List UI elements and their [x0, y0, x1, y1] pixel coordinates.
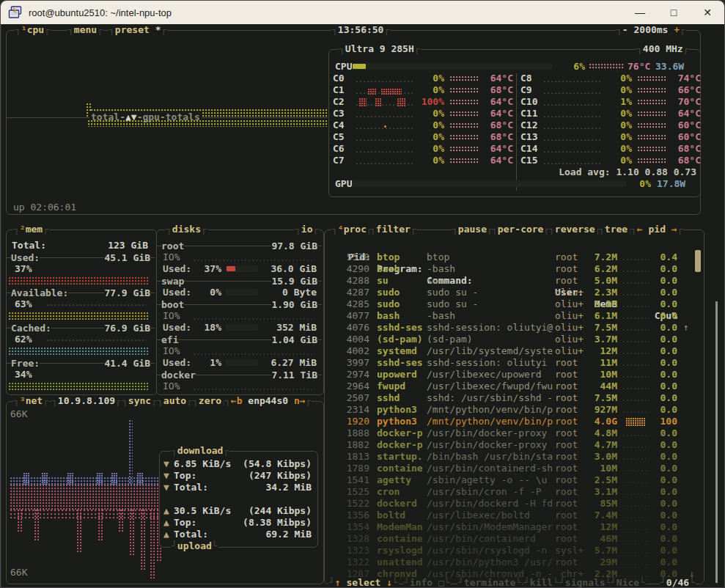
process-row[interactable]: 4285sudosudo su -oliu+5.3M0.0	[1, 298, 380, 310]
process-cpu-graph	[623, 517, 649, 519]
process-cpu-graph	[623, 329, 649, 331]
close-button[interactable]: ✕	[691, 1, 724, 24]
process-row[interactable]: 1354ModemMan/usr/sbin/ModemManagerroot12…	[1, 521, 380, 533]
process-row[interactable]: 1287chronyd/usr/sbin/chronyd -n -_chr+2.…	[1, 568, 380, 580]
core-row: C80%74°C	[520, 73, 701, 84]
core-temp-graph	[638, 135, 666, 140]
process-row[interactable]: 1356boltd/usr/libexec/boltdroot7.4M0.0	[1, 510, 380, 521]
process-row[interactable]: 2964fwupd/usr/libexec/fwupd/fwuroot44M0.…	[1, 381, 380, 392]
select-up-icon[interactable]: ↑	[335, 577, 341, 588]
proc-filter-button[interactable]: ┐filter┌	[369, 224, 417, 235]
select-down-icon[interactable]: ↓	[386, 577, 392, 588]
core-usage-percent: 100%	[412, 96, 444, 108]
disks-io-mode-button[interactable]: ┐io┌	[295, 224, 319, 235]
process-program: docker-p	[377, 427, 423, 439]
process-row[interactable]: 1920python3/mnt/python/venv/bin/proot4.0…	[1, 416, 380, 427]
process-row[interactable]: 2507sshdsshd: /usr/sbin/sshd -root7.5M0.…	[1, 392, 380, 404]
process-row[interactable]: 4290bash-bashroot6.2M0.0	[1, 263, 380, 275]
proc-footer-nice-button[interactable]: ┘Nice└	[610, 577, 646, 588]
proc-scrollbar-thumb[interactable]	[695, 250, 701, 272]
process-pid: 1920	[337, 416, 369, 427]
proc-footer-kill-button[interactable]: ┘kill└	[523, 577, 559, 588]
gpu-total-graph	[88, 120, 327, 127]
process-program: dockerd	[377, 498, 417, 510]
process-row[interactable]: 1322unattend/usr/bin/python3 /usr/root29…	[1, 556, 380, 568]
process-row[interactable]: 4002systemd/usr/lib/systemd/systeoliu+12…	[1, 345, 380, 357]
tab-proc[interactable]: ┐⁴proc┌	[331, 224, 373, 235]
core-temp: 64°C	[481, 73, 513, 84]
interval-decrease-button[interactable]: -	[622, 24, 628, 35]
process-row[interactable]: 1882docker-p/usr/bin/docker-proxyroot4.7…	[1, 439, 380, 451]
process-row[interactable]: 4288susu -root5.0M0.0	[1, 275, 380, 287]
process-cpu-graph	[623, 306, 649, 308]
core-temp: 64°C	[481, 143, 513, 155]
process-row[interactable]: 1522dockerd/usr/bin/dockerd -H fdroot85M…	[1, 498, 380, 510]
proc-sort-direction-icon[interactable]: ↑	[683, 322, 689, 334]
proc-footer-terminate-button[interactable]: ┘terminate└	[457, 577, 522, 588]
proc-footer-select[interactable]: ┘↑ select ↓└	[328, 577, 399, 588]
proc-sort-column-switcher[interactable]: ┐← pid →┌	[630, 224, 683, 235]
tab-cpu[interactable]: ┐¹cpu┌	[15, 24, 51, 36]
maximize-button[interactable]: □	[657, 1, 691, 24]
process-row[interactable]: 1328containe/usr/bin/containerdroot46M0.…	[1, 533, 380, 545]
process-row[interactable]: 2314python3/mnt/python/venv/bin/proot927…	[1, 404, 380, 416]
process-user: oliu+	[555, 345, 584, 357]
process-pid: 2314	[337, 404, 369, 416]
cpu-usage-bar	[352, 63, 553, 70]
tab-mem[interactable]: ┐²mem┌	[13, 224, 49, 235]
proc-reverse-button[interactable]: ┐reverse┌	[548, 224, 601, 235]
process-cpu: 0.0	[647, 463, 677, 474]
process-row[interactable]: 4287sudosudo su -oliu+2.3M0.0	[1, 287, 380, 298]
process-program: agetty	[377, 474, 411, 486]
process-row[interactable]: 1323rsyslogd/usr/sbin/rsyslogd -nsysl+5.…	[1, 545, 380, 556]
terminal-scrollbar[interactable]	[715, 301, 718, 583]
minimize-button[interactable]: —	[623, 1, 657, 24]
proc-per-core-button[interactable]: ┐per-core┌	[491, 224, 550, 235]
process-cpu-graph	[623, 376, 649, 378]
core-row: C50%68°C	[333, 131, 513, 143]
core-temp-graph	[638, 123, 666, 128]
core-usage-percent: 0%	[412, 120, 444, 131]
process-user: oliu+	[555, 287, 584, 298]
core-row: C00%64°C	[333, 73, 513, 84]
process-row[interactable]: 1525cron/usr/sbin/cron -f -Proot3.1M0.0	[1, 486, 380, 498]
process-user: root	[555, 404, 578, 416]
core-usage-percent: 0%	[412, 73, 444, 84]
process-row[interactable]: 5538btopbtoproot7.2M0.4	[1, 251, 380, 263]
process-mem: 85M	[585, 498, 617, 510]
process-pid: 1541	[337, 474, 369, 486]
process-cpu: 0.0	[647, 427, 677, 439]
core-id: C10	[520, 96, 537, 108]
proc-pause-button[interactable]: ┐pause┌	[452, 224, 493, 235]
process-row[interactable]: 4077bash-basholiu+6.1M0.0	[1, 310, 380, 322]
process-row[interactable]: 1789containe/usr/bin/containerd-shroot10…	[1, 463, 380, 474]
process-user: sysl+	[555, 545, 584, 556]
interval-increase-button[interactable]: +	[674, 24, 680, 35]
process-cpu: 0.4	[647, 251, 677, 263]
proc-sort-prev-button[interactable]: ←	[637, 224, 643, 235]
core-usage-percent: 0%	[600, 143, 632, 155]
proc-footer-info-button[interactable]: ┘info □└	[403, 577, 451, 588]
process-row[interactable]: 1541agetty/sbin/agetty -o -- \uroot2.5M0…	[1, 474, 380, 486]
proc-tree-button[interactable]: ┐tree┌	[598, 224, 634, 235]
core-temp: 68°C	[481, 120, 513, 131]
core-temp-graph	[450, 76, 478, 81]
process-row[interactable]: 4076sshd-sessshd-session: oliutyi@oliu+7…	[1, 322, 380, 334]
process-row[interactable]: 2974upowerd/usr/libexec/upowerdroot10M0.…	[1, 369, 380, 381]
process-cpu-graph	[623, 271, 649, 273]
cpu-usage-percent: 6%	[559, 61, 585, 73]
proc-footer-signals-button[interactable]: ┘signals└	[559, 577, 611, 588]
preset-button[interactable]: ┐preset *┌	[108, 24, 167, 36]
process-row[interactable]: 3997sshd-sessshd-session: oliutyiroot11M…	[1, 357, 380, 369]
core-row: C101%70°C	[520, 96, 701, 108]
menu-button[interactable]: ┐menu┌	[67, 24, 103, 36]
process-row[interactable]: 1813startup./bin/bash /usr/bin/staroot3.…	[1, 451, 380, 463]
cpu-tab-number: ¹	[21, 24, 27, 35]
process-mem: 4.8M	[585, 427, 617, 439]
process-row[interactable]: 1888docker-p/usr/bin/docker-proxyroot4.8…	[1, 427, 380, 439]
proc-sort-next-button[interactable]: →	[671, 224, 677, 235]
process-row[interactable]: 4004(sd-pam)(sd-pam)oliu+3.7M0.0	[1, 334, 380, 345]
process-program: python3	[377, 404, 417, 416]
process-cpu-graph	[623, 540, 649, 543]
process-cpu-graph	[623, 505, 649, 507]
